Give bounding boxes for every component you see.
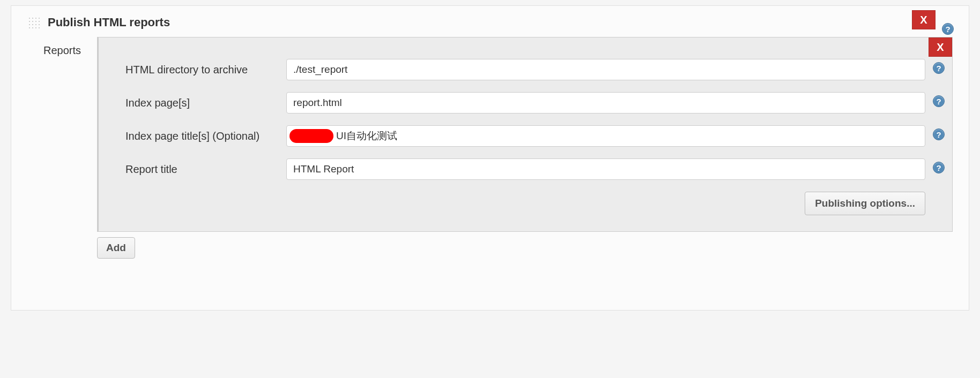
add-report-button[interactable]: Add [97,237,135,259]
help-icon[interactable]: ? [933,62,945,74]
drag-handle-icon[interactable] [27,16,40,29]
publishing-options-button[interactable]: Publishing options... [805,192,925,215]
remove-section-button[interactable]: X [912,10,936,29]
report-title-input[interactable] [286,158,925,180]
help-icon[interactable]: ? [933,128,945,140]
index-pages-input[interactable] [286,92,925,114]
reports-label: Reports [43,37,97,57]
publish-html-reports-section: X ? Publish HTML reports Reports X HTML … [11,5,969,311]
index-pages-label: Index page[s] [125,97,286,109]
report-title-label: Report title [125,163,286,176]
report-entry: X HTML directory to archive ? Index page… [97,37,953,232]
index-page-titles-input[interactable] [286,125,925,147]
help-icon[interactable]: ? [933,162,945,173]
index-page-titles-label: Index page title[s] (Optional) [125,130,286,142]
html-directory-input[interactable] [286,59,925,80]
html-directory-label: HTML directory to archive [125,64,286,76]
help-icon[interactable]: ? [942,23,954,35]
close-icon: X [920,14,927,26]
close-icon: X [937,41,944,54]
section-title: Publish HTML reports [48,16,170,29]
remove-report-button[interactable]: X [929,37,952,57]
help-icon[interactable]: ? [933,95,945,107]
